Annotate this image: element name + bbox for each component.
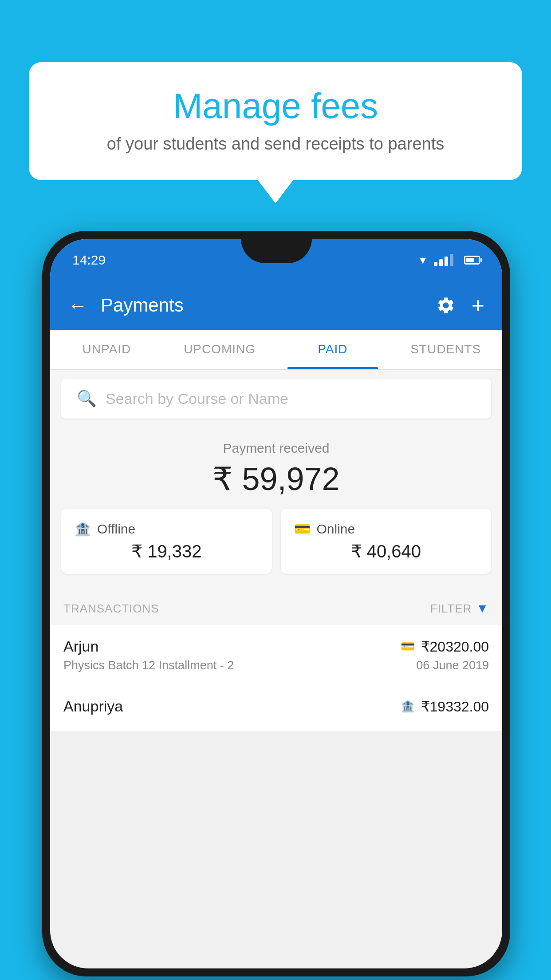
tab-unpaid[interactable]: UNPAID <box>50 330 163 369</box>
search-box[interactable]: 🔍 Search by Course or Name <box>61 379 491 419</box>
transaction-amount-container: 🏦 ₹19332.00 <box>401 698 489 715</box>
back-button[interactable]: ← <box>68 294 87 316</box>
online-amount: ₹ 40,640 <box>294 541 478 561</box>
notch-cutout <box>241 239 312 263</box>
transaction-name: Anupriya <box>63 698 123 715</box>
signal-bar-1 <box>434 262 437 266</box>
filter-icon: ▼ <box>476 601 489 616</box>
transaction-amount: ₹19332.00 <box>421 698 489 715</box>
wifi-icon: ▾ <box>420 253 426 267</box>
status-time: 14:29 <box>72 253 106 268</box>
bubble-subtitle: of your students and send receipts to pa… <box>60 134 491 154</box>
battery-fill <box>466 258 474 262</box>
phone-inner: 14:29 ▾ ← Payments <box>50 239 502 968</box>
settings-icon[interactable] <box>436 296 456 315</box>
online-icon: 💳 <box>294 521 311 537</box>
payment-cards: 🏦 Offline ₹ 19,332 💳 Online ₹ 40,640 <box>50 509 502 583</box>
battery-icon <box>464 256 480 265</box>
app-bar-actions: + <box>436 294 484 316</box>
online-card-header: 💳 Online <box>294 521 478 537</box>
status-icons: ▾ <box>420 253 480 267</box>
transaction-amount: ₹20320.00 <box>421 638 489 655</box>
offline-payment-card: 🏦 Offline ₹ 19,332 <box>61 509 272 574</box>
transaction-amount-container: 💳 ₹20320.00 <box>401 638 489 655</box>
status-bar: 14:29 ▾ <box>50 239 502 281</box>
filter-label: FILTER <box>430 602 472 616</box>
tabs-bar: UNPAID UPCOMING PAID STUDENTS <box>50 330 502 370</box>
online-label: Online <box>317 522 355 537</box>
search-icon: 🔍 <box>77 389 97 408</box>
tab-upcoming[interactable]: UPCOMING <box>163 330 276 369</box>
transaction-row[interactable]: Arjun 💳 ₹20320.00 Physics Batch 12 Insta… <box>50 625 502 685</box>
transaction-top: Arjun 💳 ₹20320.00 <box>63 638 489 655</box>
payment-total-amount: ₹ 59,972 <box>50 460 502 498</box>
card-payment-icon: 💳 <box>401 640 415 653</box>
transaction-date: 06 June 2019 <box>416 659 489 672</box>
offline-label: Offline <box>97 522 135 537</box>
speech-bubble-container: Manage fees of your students and send re… <box>29 62 522 180</box>
bubble-title: Manage fees <box>60 87 491 126</box>
tab-students[interactable]: STUDENTS <box>389 330 502 369</box>
transactions-label: TRANSACTIONS <box>63 602 159 616</box>
signal-bars <box>434 254 453 266</box>
transaction-course: Physics Batch 12 Installment - 2 <box>63 659 234 672</box>
transaction-top: Anupriya 🏦 ₹19332.00 <box>63 698 489 715</box>
phone-frame: 14:29 ▾ ← Payments <box>42 231 510 976</box>
signal-bar-2 <box>439 259 443 266</box>
online-payment-card: 💳 Online ₹ 40,640 <box>281 509 492 574</box>
transaction-row[interactable]: Anupriya 🏦 ₹19332.00 <box>50 685 502 731</box>
offline-amount: ₹ 19,332 <box>75 541 259 561</box>
search-input[interactable]: Search by Course or Name <box>106 390 288 407</box>
transaction-bottom: Physics Batch 12 Installment - 2 06 June… <box>63 659 489 672</box>
transaction-name: Arjun <box>63 638 98 655</box>
filter-button[interactable]: FILTER ▼ <box>430 601 489 616</box>
offline-icon: 🏦 <box>75 521 91 537</box>
app-bar: ← Payments + <box>50 281 502 330</box>
transactions-header: TRANSACTIONS FILTER ▼ <box>50 592 502 625</box>
app-bar-title: Payments <box>101 295 423 316</box>
signal-bar-3 <box>445 257 448 266</box>
speech-bubble: Manage fees of your students and send re… <box>29 62 522 180</box>
payment-summary: Payment received ₹ 59,972 🏦 Offline ₹ 19… <box>50 427 502 592</box>
tab-paid[interactable]: PAID <box>276 330 390 369</box>
payment-received-label: Payment received <box>50 441 502 456</box>
add-button[interactable]: + <box>472 294 484 316</box>
offline-payment-icon: 🏦 <box>401 699 415 713</box>
search-container: 🔍 Search by Course or Name <box>50 370 502 427</box>
offline-card-header: 🏦 Offline <box>75 521 259 537</box>
signal-bar-4 <box>450 254 453 266</box>
